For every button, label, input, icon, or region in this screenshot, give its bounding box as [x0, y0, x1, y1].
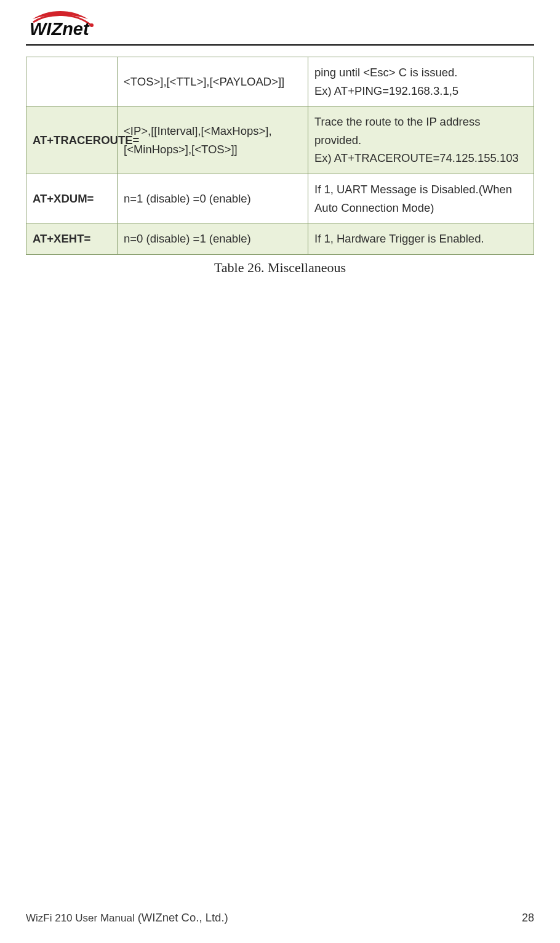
param-cell: n=1 (disable) =0 (enable)	[118, 174, 308, 223]
param-cell: <IP>,[[Interval],[<MaxHops>],[<MinHops>]…	[118, 106, 308, 174]
table-row: <TOS>],[<TTL>],[<PAYLOAD>]] ping until <…	[26, 57, 534, 106]
svg-text:WIZnet: WIZnet	[30, 19, 90, 38]
param-cell: n=0 (disable) =1 (enable)	[118, 223, 308, 255]
desc-cell: If 1, UART Message is Disabled.(When Aut…	[308, 174, 534, 223]
table-row: AT+XEHT= n=0 (disable) =1 (enable) If 1,…	[26, 223, 534, 255]
desc-cell: ping until <Esc> C is issued.Ex) AT+PING…	[308, 57, 534, 106]
footer: WizFi 210 User Manual (WIZnet Co., Ltd.)…	[26, 911, 534, 925]
cmd-cell	[26, 57, 118, 106]
footer-manual: WizFi 210 User Manual	[26, 912, 135, 924]
cmd-cell: AT+XDUM=	[26, 174, 118, 223]
page-number: 28	[522, 912, 534, 925]
wiznet-logo-icon: WIZnet	[30, 6, 140, 38]
desc-cell: If 1, Hardware Trigger is Enabled.	[308, 223, 534, 255]
table-row: AT+XDUM= n=1 (disable) =0 (enable) If 1,…	[26, 174, 534, 223]
param-cell: <TOS>],[<TTL>],[<PAYLOAD>]]	[118, 57, 308, 106]
logo-wrap: WIZnet	[26, 6, 534, 41]
table-caption: Table 26. Miscellaneous	[26, 260, 534, 276]
footer-company: (WIZnet Co., Ltd.)	[138, 911, 228, 924]
header-rule	[26, 44, 534, 46]
svg-point-0	[90, 23, 94, 27]
commands-table: <TOS>],[<TTL>],[<PAYLOAD>]] ping until <…	[26, 57, 534, 255]
cmd-cell: AT+XEHT=	[26, 223, 118, 255]
footer-left: WizFi 210 User Manual (WIZnet Co., Ltd.)	[26, 911, 228, 925]
cmd-cell: AT+TRACEROUTE=	[26, 106, 118, 174]
page: WIZnet <TOS>],[<TTL>],[<PAYLOAD>]] ping …	[0, 0, 560, 943]
desc-cell: Trace the route to the IP address provid…	[308, 106, 534, 174]
table-row: AT+TRACEROUTE= <IP>,[[Interval],[<MaxHop…	[26, 106, 534, 174]
